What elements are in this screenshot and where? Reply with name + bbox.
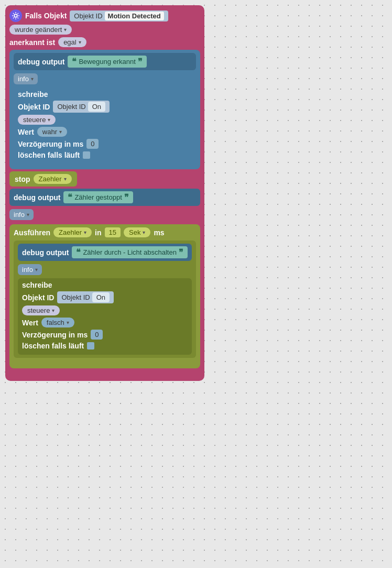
schreibe-row-2: schreibe [22, 281, 188, 289]
info-label-3: info [22, 266, 33, 274]
main-bottom-bar [9, 370, 200, 377]
sek-label: Sek [129, 228, 140, 236]
steuere-row-1: steuere ▾ [18, 115, 192, 125]
verzoegerung-label-2: Verzögerung in ms [22, 331, 88, 339]
steuere-label-1: steuere [23, 116, 46, 124]
ausfuhren-label: Ausführen [14, 228, 50, 237]
verzoegerung-row-1: Verzögerung in ms 0 [18, 139, 192, 149]
debug-block-2: debug output ❝ Zähler gestoppt ❞ [9, 189, 200, 206]
objekt-id-text-1: Objekt ID [57, 103, 85, 111]
wahr-dropdown-1[interactable]: wahr ▾ [37, 127, 67, 137]
loeschen-label-1: löschen falls läuft [18, 151, 80, 159]
checkbox-1[interactable] [83, 151, 90, 159]
schreibe-block-1: schreibe Objekt ID Objekt ID On steuere … [14, 88, 196, 164]
chevron-steuere-1: ▾ [48, 117, 50, 123]
egal-label: egal [63, 38, 77, 46]
zaehler-label-auf: Zaehler [59, 228, 82, 236]
debug-label-2: debug output [14, 193, 60, 202]
wert-label-1: Wert [18, 128, 34, 136]
schreibe-label-2: schreibe [22, 281, 52, 289]
zero-tag-2: 0 [91, 330, 103, 340]
motion-detected-value: Motion Detected [105, 12, 164, 20]
objekt-id-text-2: Objekt ID [61, 293, 90, 301]
main-block: Falls Objekt Objekt ID Motion Detected w… [5, 5, 204, 381]
quote-open-3: ❝ [76, 247, 81, 257]
wert-label-2: Wert [22, 319, 38, 327]
schreibe-block-2: schreibe Objekt ID Objekt ID On steuere … [18, 278, 192, 355]
info-dropdown-3[interactable]: info ▾ [18, 264, 42, 275]
ausfuhren-inner: debug output ❝ Zähler durch - Licht absc… [14, 241, 196, 358]
chevron-sek: ▾ [143, 230, 145, 235]
stop-block: stop Zaehler ▾ [9, 171, 77, 187]
debug-text-2: Zähler gestoppt [74, 193, 122, 201]
zaehler-dropdown-auf[interactable]: Zaehler ▾ [53, 227, 92, 237]
debug-text-3: Zähler durch - Licht abschalten [83, 248, 176, 256]
schreibe-row-1: schreibe [18, 90, 192, 99]
sek-dropdown[interactable]: Sek ▾ [124, 227, 150, 237]
objekt-id-label-2: Objekt ID [22, 293, 54, 302]
anerkannt-ist-row: anerkannt ist egal ▾ [9, 37, 200, 47]
num-tag: 15 [105, 227, 121, 237]
info-dropdown-1[interactable]: info ▾ [14, 73, 38, 84]
ausfuhren-header: Ausführen Zaehler ▾ in 15 Sek ▾ ms [14, 227, 196, 237]
gear-icon[interactable] [9, 9, 22, 22]
egal-dropdown[interactable]: egal ▾ [58, 37, 86, 47]
wurde-geaendert-row: wurde geändert ▾ [9, 25, 200, 35]
objekt-id-badge-1: Objekt ID On [53, 101, 110, 113]
in-label: in [95, 228, 101, 237]
debug-block-1: debug output ❝ Bewegung erkannt ❞ [14, 53, 196, 70]
wurde-geaendert-label: wurde geändert [15, 26, 62, 34]
loeschen-row-1: löschen falls läuft [18, 151, 192, 159]
objekt-id-badge: Objekt ID Motion Detected [70, 10, 168, 21]
anerkannt-ist-label: anerkannt ist [9, 38, 55, 47]
chevron-zaehler-auf: ▾ [84, 230, 86, 235]
stop-label: stop [15, 175, 30, 183]
chevron-steuere-2: ▾ [52, 308, 55, 313]
chevron-down-icon2: ▾ [79, 39, 81, 45]
debug-block-3: debug output ❝ Zähler durch - Licht absc… [18, 244, 192, 261]
verzoegerung-label-1: Verzögerung in ms [18, 140, 83, 148]
debug-quote-tag-3: ❝ Zähler durch - Licht abschalten ❞ [72, 246, 187, 258]
steuere-dropdown-2[interactable]: steuere ▾ [22, 305, 60, 315]
header-row: Falls Objekt Objekt ID Motion Detected [9, 9, 200, 22]
info-dropdown-2[interactable]: info ▾ [9, 209, 34, 220]
objekt-id-row-1: Objekt ID Objekt ID On [18, 101, 192, 113]
quote-open-1: ❝ [72, 57, 77, 67]
objekt-id-text: Objekt ID [74, 12, 102, 20]
quote-close-3: ❞ [179, 247, 183, 257]
falls-objekt-label: Falls Objekt [25, 12, 67, 20]
on-value-2: On [92, 292, 110, 302]
objekt-id-label-1: Objekt ID [18, 103, 50, 111]
verzoegerung-row-2: Verzögerung in ms 0 [22, 330, 188, 340]
quote-close-2: ❞ [124, 192, 129, 202]
wurde-geaendert-dropdown[interactable]: wurde geändert ▾ [9, 25, 72, 35]
chevron-wahr-1: ▾ [59, 129, 62, 135]
checkbox-2[interactable] [87, 342, 94, 349]
debug-quote-tag-1: ❝ Bewegung erkannt ❞ [68, 56, 146, 68]
inner-area: debug output ❝ Bewegung erkannt ❞ info ▾… [9, 50, 200, 169]
debug-text-1: Bewegung erkannt [79, 58, 135, 65]
debug-quote-tag-2: ❝ Zähler gestoppt ❞ [63, 191, 133, 203]
debug-label-3: debug output [22, 248, 69, 257]
quote-open-2: ❝ [68, 192, 72, 202]
quote-close-1: ❞ [138, 57, 143, 67]
ausfuhren-block: Ausführen Zaehler ▾ in 15 Sek ▾ ms debug… [9, 224, 200, 368]
wert-row-1: Wert wahr ▾ [18, 127, 192, 137]
loeschen-label-2: löschen falls läuft [22, 342, 84, 350]
objekt-id-row-2: Objekt ID Objekt ID On [22, 291, 188, 303]
falsch-dropdown-2[interactable]: falsch ▾ [41, 318, 74, 327]
wert-row-2: Wert falsch ▾ [22, 318, 188, 327]
falsch-label-2: falsch [47, 319, 64, 326]
chevron-info-1: ▾ [31, 76, 34, 82]
info-label-2: info [14, 211, 25, 219]
chevron-falsch-2: ▾ [67, 320, 69, 325]
steuere-dropdown-1[interactable]: steuere ▾ [18, 115, 56, 125]
zero-tag-1: 0 [86, 139, 99, 149]
chevron-zaehler-stop: ▾ [64, 176, 67, 182]
chevron-info-3: ▾ [35, 267, 38, 272]
zaehler-label-stop: Zaehler [39, 175, 62, 183]
zaehler-dropdown-stop[interactable]: Zaehler ▾ [34, 174, 72, 184]
steuere-row-2: steuere ▾ [22, 305, 188, 315]
steuere-label-2: steuere [27, 307, 50, 314]
debug-label-1: debug output [18, 58, 64, 66]
